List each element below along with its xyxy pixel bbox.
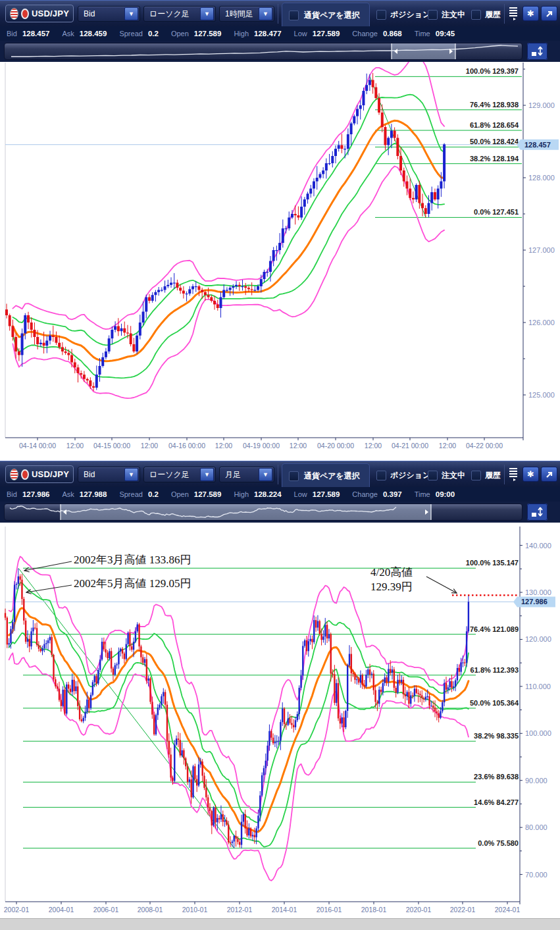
pair-button[interactable]: USD/JPY	[5, 465, 74, 483]
toggle-label: 履歴	[485, 9, 501, 20]
chevron-down-icon[interactable]: ▼	[200, 468, 214, 481]
divider	[278, 4, 278, 24]
scale-adjust-button[interactable]	[527, 43, 547, 60]
toggle-0[interactable]: ポジション	[376, 470, 430, 481]
navigator-bar[interactable]	[4, 43, 522, 60]
quote-value: 0.397	[383, 490, 402, 498]
toggle-label: ポジション	[390, 470, 430, 481]
chart-type-select[interactable]: ローソク足 ▼	[143, 6, 216, 22]
quote-label: Spread	[119, 30, 142, 38]
quote-label: Change	[352, 490, 378, 498]
divider	[504, 4, 505, 24]
quote-label: Ask	[62, 30, 74, 38]
jp-flag-icon	[21, 9, 29, 19]
chart-area-hourly[interactable]	[0, 62, 560, 459]
quote-label: Low	[294, 30, 307, 38]
scale-adjust-button[interactable]	[527, 504, 547, 521]
toolbar-hourly: USD/JPY Bid ▼ ローソク足 ▼ 1時間足 ▼ 通貨ペアを選択	[0, 0, 560, 26]
quote-value: 128.459	[80, 30, 107, 38]
quote-label: Low	[294, 490, 307, 498]
toggle-label: 注文中	[442, 470, 465, 481]
checkbox[interactable]	[376, 471, 386, 480]
toggle-label: 注文中	[442, 9, 465, 20]
us-flag-icon	[10, 8, 18, 20]
checkbox[interactable]	[471, 10, 481, 20]
annotation-2: 4/20高値129.39円	[370, 565, 413, 594]
quote-label: Bid	[7, 490, 17, 498]
toggle-2[interactable]: 履歴	[471, 470, 501, 481]
checkbox[interactable]	[376, 10, 386, 20]
pair-label: USD/JPY	[32, 469, 69, 479]
settings-gear-icon[interactable]: ✱	[522, 467, 539, 482]
chart-type-select[interactable]: ローソク足 ▼	[143, 467, 216, 482]
quote-value: 127.589	[194, 490, 222, 498]
quote-label: High	[234, 30, 249, 38]
quote-label: High	[234, 490, 249, 498]
quote-value: 128.457	[22, 30, 50, 38]
checkbox[interactable]	[428, 471, 438, 480]
chevron-down-icon[interactable]: ▼	[259, 468, 272, 481]
quote-value: 128.224	[254, 490, 282, 498]
quote-value: 128.477	[254, 30, 282, 38]
quote-label: Time	[415, 490, 430, 498]
menu-list-icon[interactable]	[508, 468, 520, 484]
toolbar-monthly: USD/JPY Bid ▼ ローソク足 ▼ 月足 ▼ 通貨ペアを選択	[0, 461, 560, 487]
annotation-0: 2002年3月高値 133.86円	[74, 553, 191, 567]
quote-label: Spread	[119, 490, 142, 498]
window-footer	[0, 918, 560, 930]
pair-select-checkbox[interactable]	[289, 471, 299, 481]
quote-label: Ask	[62, 490, 74, 498]
menu-list-icon[interactable]	[508, 7, 520, 23]
quote-value: 127.986	[22, 490, 50, 498]
price-type-select[interactable]: Bid ▼	[78, 467, 140, 482]
toggle-label: ポジション	[390, 9, 430, 20]
divider	[504, 465, 505, 484]
navigator-row-hourly	[0, 41, 560, 62]
timeframe-select[interactable]: 1時間足 ▼	[219, 6, 274, 22]
toggle-label: 履歴	[485, 470, 501, 481]
pair-button[interactable]: USD/JPY	[5, 5, 74, 22]
divider	[278, 465, 278, 484]
pair-select-section[interactable]: 通貨ペアを選択	[282, 3, 370, 27]
fx-chart-app: USD/JPY Bid ▼ ローソク足 ▼ 1時間足 ▼ 通貨ペアを選択	[0, 0, 560, 930]
panel-monthly-chrome: USD/JPY Bid ▼ ローソク足 ▼ 月足 ▼ 通貨ペアを選択	[0, 461, 560, 523]
annotation-1: 2002年5月高値 129.05円	[74, 577, 191, 591]
pair-select-checkbox[interactable]	[289, 11, 299, 20]
panel-hourly-chrome: USD/JPY Bid ▼ ローソク足 ▼ 1時間足 ▼ 通貨ペアを選択	[0, 0, 560, 62]
us-flag-icon	[10, 469, 18, 480]
toggle-1[interactable]: 注文中	[428, 9, 465, 20]
chevron-down-icon[interactable]: ▼	[200, 7, 214, 20]
chevron-down-icon[interactable]: ▼	[124, 468, 138, 481]
quote-value: 0.2	[148, 30, 159, 38]
quote-value: 0.868	[383, 30, 402, 38]
quote-value: 127.589	[194, 30, 222, 38]
pair-select-section[interactable]: 通貨ペアを選択	[282, 463, 370, 488]
toggle-1[interactable]: 注文中	[428, 470, 465, 481]
toggle-0[interactable]: ポジション	[376, 9, 430, 20]
quote-label: Bid	[7, 30, 17, 38]
quote-value: 127.988	[80, 490, 107, 498]
navigator-bar[interactable]	[4, 504, 522, 521]
timeframe-select[interactable]: 月足 ▼	[219, 467, 274, 482]
quote-bar-monthly: Bid127.986Ask127.988Spread0.2Open127.589…	[0, 487, 560, 502]
quote-value: 127.589	[313, 30, 340, 38]
popout-arrow-icon[interactable]	[541, 467, 557, 482]
price-type-select[interactable]: Bid ▼	[78, 6, 140, 22]
jp-flag-icon	[21, 469, 29, 480]
pair-label: USD/JPY	[32, 9, 69, 18]
quote-label: Open	[171, 30, 189, 38]
quote-label: Time	[415, 30, 430, 38]
quote-value: 09:00	[436, 490, 455, 498]
chevron-down-icon[interactable]: ▼	[124, 7, 138, 20]
settings-gear-icon[interactable]: ✱	[522, 6, 539, 21]
quote-value: 127.589	[313, 490, 340, 498]
checkbox[interactable]	[471, 471, 481, 480]
chevron-down-icon[interactable]: ▼	[259, 7, 272, 20]
navigator-row-monthly	[0, 502, 560, 523]
checkbox[interactable]	[428, 10, 438, 20]
quote-value: 0.2	[148, 490, 159, 498]
quote-value: 09:45	[436, 30, 455, 38]
toggle-2[interactable]: 履歴	[471, 9, 501, 20]
popout-arrow-icon[interactable]	[541, 6, 557, 21]
quote-label: Change	[352, 30, 378, 38]
